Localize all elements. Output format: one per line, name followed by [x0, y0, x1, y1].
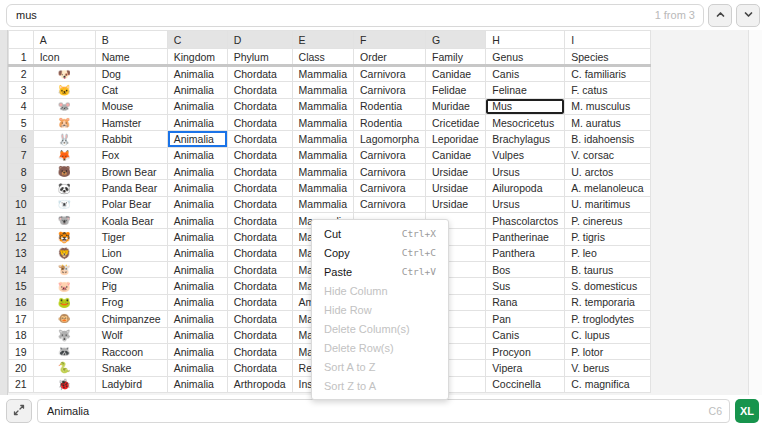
cell-F6[interactable]: Lagomorpha: [354, 131, 426, 147]
row-header-14[interactable]: 14: [9, 262, 34, 278]
cell-D9[interactable]: Chordata: [227, 180, 292, 196]
cell-C9[interactable]: Animalia: [167, 180, 227, 196]
cell-B19[interactable]: Raccoon: [95, 343, 167, 359]
cell-G2[interactable]: Canidae: [426, 66, 486, 82]
cell-B15[interactable]: Pig: [95, 278, 167, 294]
cell-G8[interactable]: Ursidae: [426, 164, 486, 180]
row-header-16[interactable]: 16: [9, 294, 34, 310]
cell-D18[interactable]: Chordata: [227, 327, 292, 343]
cell-I19[interactable]: P. lotor: [565, 343, 650, 359]
search-input[interactable]: [6, 4, 704, 27]
cell-E2[interactable]: Mammalia: [292, 66, 353, 82]
cell-I11[interactable]: P. cinereus: [565, 213, 650, 229]
cell-E3[interactable]: Mammalia: [292, 82, 353, 98]
cell-F3[interactable]: Carnivora: [354, 82, 426, 98]
cell-I3[interactable]: F. catus: [565, 82, 650, 98]
row-header-11[interactable]: 11: [9, 213, 34, 229]
cell-B5[interactable]: Hamster: [95, 115, 167, 131]
cell-A6[interactable]: 🐰: [33, 131, 95, 147]
cell-H21[interactable]: Coccinella: [486, 376, 565, 392]
col-header-E[interactable]: E: [292, 31, 353, 49]
cell-H17[interactable]: Pan: [486, 311, 565, 327]
cell-D14[interactable]: Chordata: [227, 262, 292, 278]
cell-I1[interactable]: Species: [565, 49, 650, 66]
cell-C12[interactable]: Animalia: [167, 229, 227, 245]
cell-D20[interactable]: Chordata: [227, 360, 292, 376]
cell-E7[interactable]: Mammalia: [292, 147, 353, 163]
cell-A13[interactable]: 🦁: [33, 245, 95, 261]
cell-C21[interactable]: Animalia: [167, 376, 227, 392]
cell-A17[interactable]: 🐵: [33, 311, 95, 327]
cell-C8[interactable]: Animalia: [167, 164, 227, 180]
cell-D4[interactable]: Chordata: [227, 98, 292, 114]
cell-H1[interactable]: Genus: [486, 49, 565, 66]
cell-B13[interactable]: Lion: [95, 245, 167, 261]
cell-I8[interactable]: U. arctos: [565, 164, 650, 180]
row-header-18[interactable]: 18: [9, 327, 34, 343]
cell-C14[interactable]: Animalia: [167, 262, 227, 278]
cell-B9[interactable]: Panda Bear: [95, 180, 167, 196]
cell-H5[interactable]: Mesocricetus: [486, 115, 565, 131]
col-header-G[interactable]: G: [426, 31, 486, 49]
corner-cell[interactable]: [9, 31, 34, 49]
cell-A16[interactable]: 🐸: [33, 294, 95, 310]
cell-I21[interactable]: C. magnifica: [565, 376, 650, 392]
cell-H4[interactable]: Mus: [486, 98, 565, 114]
cell-C6[interactable]: Animalia: [167, 131, 227, 147]
cell-F1[interactable]: Order: [354, 49, 426, 66]
cell-B10[interactable]: Polar Bear: [95, 196, 167, 212]
row-header-21[interactable]: 21: [9, 376, 34, 392]
cell-C15[interactable]: Animalia: [167, 278, 227, 294]
cell-H13[interactable]: Panthera: [486, 245, 565, 261]
cell-B17[interactable]: Chimpanzee: [95, 311, 167, 327]
cell-E1[interactable]: Class: [292, 49, 353, 66]
cell-B2[interactable]: Dog: [95, 66, 167, 82]
cell-A15[interactable]: 🐷: [33, 278, 95, 294]
cell-I18[interactable]: C. lupus: [565, 327, 650, 343]
row-header-15[interactable]: 15: [9, 278, 34, 294]
cell-C16[interactable]: Animalia: [167, 294, 227, 310]
cell-H9[interactable]: Ailuropoda: [486, 180, 565, 196]
cell-A7[interactable]: 🦊: [33, 147, 95, 163]
menu-item-copy[interactable]: CopyCtrl+C: [312, 243, 448, 262]
cell-F10[interactable]: Carnivora: [354, 196, 426, 212]
cell-E5[interactable]: Mammalia: [292, 115, 353, 131]
row-header-9[interactable]: 9: [9, 180, 34, 196]
cell-I2[interactable]: C. familiaris: [565, 66, 650, 82]
cell-D21[interactable]: Arthropoda: [227, 376, 292, 392]
cell-I10[interactable]: U. maritimus: [565, 196, 650, 212]
cell-B20[interactable]: Snake: [95, 360, 167, 376]
cell-H14[interactable]: Bos: [486, 262, 565, 278]
cell-B21[interactable]: Ladybird: [95, 376, 167, 392]
cell-I4[interactable]: M. musculus: [565, 98, 650, 114]
cell-I17[interactable]: P. troglodytes: [565, 311, 650, 327]
cell-B1[interactable]: Name: [95, 49, 167, 66]
cell-D1[interactable]: Phylum: [227, 49, 292, 66]
row-header-10[interactable]: 10: [9, 196, 34, 212]
cell-H3[interactable]: Felinae: [486, 82, 565, 98]
cell-H16[interactable]: Rana: [486, 294, 565, 310]
cell-I9[interactable]: A. melanoleuca: [565, 180, 650, 196]
cell-I15[interactable]: S. domesticus: [565, 278, 650, 294]
row-header-2[interactable]: 2: [9, 66, 34, 82]
cell-C18[interactable]: Animalia: [167, 327, 227, 343]
cell-A20[interactable]: 🐍: [33, 360, 95, 376]
cell-A10[interactable]: 🐻‍❄️: [33, 196, 95, 212]
cell-G10[interactable]: Ursidae: [426, 196, 486, 212]
row-header-12[interactable]: 12: [9, 229, 34, 245]
row-header-8[interactable]: 8: [9, 164, 34, 180]
menu-item-cut[interactable]: CutCtrl+X: [312, 224, 448, 243]
cell-H7[interactable]: Vulpes: [486, 147, 565, 163]
cell-H8[interactable]: Ursus: [486, 164, 565, 180]
cell-C3[interactable]: Animalia: [167, 82, 227, 98]
cell-A5[interactable]: 🐹: [33, 115, 95, 131]
col-header-C[interactable]: C: [167, 31, 227, 49]
cell-E4[interactable]: Mammalia: [292, 98, 353, 114]
row-header-17[interactable]: 17: [9, 311, 34, 327]
vertical-scrollbar[interactable]: [748, 30, 762, 395]
cell-F8[interactable]: Carnivora: [354, 164, 426, 180]
expand-formula-bar-button[interactable]: [6, 399, 32, 423]
cell-I14[interactable]: B. taurus: [565, 262, 650, 278]
cell-C4[interactable]: Animalia: [167, 98, 227, 114]
cell-I13[interactable]: P. leo: [565, 245, 650, 261]
